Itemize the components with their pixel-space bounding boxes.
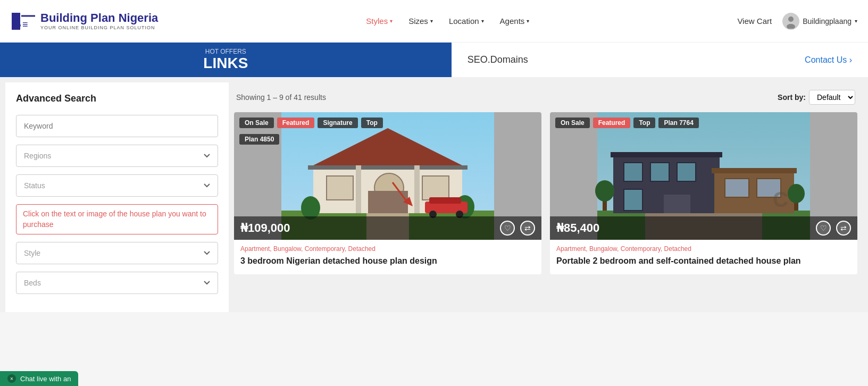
purchase-tooltip: Click on the text or image of the house … <box>16 204 218 234</box>
sort-area: Sort by: Default <box>778 90 855 105</box>
logo-icon: B ≡ <box>11 9 36 34</box>
chevron-down-icon: ▾ <box>390 18 393 24</box>
chevron-down-icon: ▾ <box>430 18 433 24</box>
nav-item-styles[interactable]: Styles ▾ <box>366 16 393 26</box>
beds-dropdown[interactable]: Beds <box>16 272 218 294</box>
banner-top-text: HOT OFFERS <box>203 48 248 55</box>
svg-rect-37 <box>677 163 696 181</box>
results-bar: Showing 1 – 9 of 41 results Sort by: Def… <box>234 82 857 112</box>
chevron-down-icon: ▾ <box>527 18 529 24</box>
svg-rect-36 <box>650 163 669 181</box>
product-image-wrap: C On Sale Featured Top Plan 7764 <box>550 112 857 240</box>
svg-rect-23 <box>429 197 461 204</box>
sort-select[interactable]: Default <box>809 90 855 105</box>
product-image-wrap: On Sale Featured Signature Top Plan 4850 <box>234 112 541 240</box>
tag-onsale: On Sale <box>239 118 274 128</box>
svg-text:B: B <box>13 17 21 30</box>
svg-rect-13 <box>308 165 468 170</box>
regions-dropdown[interactable]: Regions <box>16 145 218 167</box>
product-title: 3 bedroom Nigerian detached house plan d… <box>240 256 535 267</box>
product-info: Apartment, Bungalow, Contemporary, Detac… <box>550 240 857 274</box>
product-card[interactable]: On Sale Featured Signature Top Plan 4850 <box>234 112 541 274</box>
advanced-search-title: Advanced Search <box>16 93 218 104</box>
view-cart-button[interactable]: View Cart <box>737 16 772 26</box>
chevron-down-icon: ▾ <box>855 18 857 24</box>
svg-rect-16 <box>422 176 449 200</box>
logo-area: B ≡ Building Plan Nigeria Your Online Bu… <box>11 9 158 34</box>
product-categories: Apartment, Bungalow, Contemporary, Detac… <box>240 245 535 253</box>
compare-icon[interactable]: ⇄ <box>520 221 535 236</box>
sidebar: Advanced Search Regions Status Click on … <box>5 82 229 312</box>
svg-point-46 <box>788 184 805 203</box>
card1-tags: On Sale Featured Signature Top <box>234 118 541 128</box>
wishlist-icon[interactable]: ♡ <box>816 221 831 236</box>
product-categories: Apartment, Bungalow, Contemporary, Detac… <box>556 245 851 253</box>
product-card[interactable]: C On Sale Featured Top Plan 7764 <box>550 112 857 274</box>
compare-icon[interactable]: ⇄ <box>836 221 851 236</box>
tag-featured: Featured <box>277 118 315 128</box>
product-title: Portable 2 bedroom and self-contained de… <box>556 256 851 267</box>
svg-rect-39 <box>664 195 690 213</box>
price-bar: ₦109,000 ♡ ⇄ <box>234 216 541 240</box>
seo-domain-text: SEO.Domains <box>468 54 528 65</box>
main-nav: Styles ▾ Sizes ▾ Location ▾ Agents ▾ <box>158 16 737 26</box>
logo-text: Building Plan Nigeria Your Online Buildi… <box>40 12 158 30</box>
product-price: ₦109,000 <box>240 221 290 235</box>
plan-tag: Plan 4850 <box>239 134 279 145</box>
tag-onsale: On Sale <box>555 118 590 128</box>
tag-top: Top <box>633 118 655 128</box>
tag-top: Top <box>361 118 383 128</box>
header: B ≡ Building Plan Nigeria Your Online Bu… <box>0 0 868 43</box>
svg-text:≡: ≡ <box>22 19 28 30</box>
price-bar: ₦85,400 ♡ ⇄ <box>550 216 857 240</box>
card2-tags: On Sale Featured Top Plan 7764 <box>550 118 857 128</box>
status-dropdown[interactable]: Status <box>16 174 218 197</box>
banner-right: SEO.Domains Contact Us › <box>452 43 868 77</box>
svg-rect-14 <box>327 176 353 200</box>
avatar <box>782 13 799 30</box>
results-summary: Showing 1 – 9 of 41 results <box>236 93 326 102</box>
chevron-down-icon: ▾ <box>481 18 484 24</box>
header-right: View Cart Buildingplaang ▾ <box>737 13 857 30</box>
nav-item-location[interactable]: Location ▾ <box>449 16 484 26</box>
banner-blue: HOT OFFERS LINKS <box>0 43 452 77</box>
svg-point-44 <box>595 180 614 202</box>
keyword-input[interactable] <box>16 115 218 137</box>
product-info: Apartment, Bungalow, Contemporary, Detac… <box>234 240 541 274</box>
site-subtitle: Your Online Building Plan Solution <box>40 25 158 30</box>
contact-us-link[interactable]: Contact Us › <box>805 55 852 65</box>
svg-rect-35 <box>624 163 642 181</box>
svg-rect-40 <box>725 179 749 197</box>
username-label: Buildingplaang <box>803 17 852 26</box>
price-icons: ♡ ⇄ <box>816 221 851 236</box>
products-area: Showing 1 – 9 of 41 results Sort by: Def… <box>229 77 863 312</box>
style-dropdown[interactable]: Style <box>16 242 218 264</box>
svg-text:C: C <box>773 188 788 211</box>
svg-point-7 <box>788 16 794 22</box>
svg-rect-38 <box>624 189 642 211</box>
tag-featured: Featured <box>593 118 631 128</box>
nav-item-agents[interactable]: Agents ▾ <box>500 16 530 26</box>
svg-rect-18 <box>356 165 361 213</box>
tag-signature: Signature <box>318 118 357 128</box>
nav-item-sizes[interactable]: Sizes ▾ <box>408 16 433 26</box>
main-content: Advanced Search Regions Status Click on … <box>0 77 868 312</box>
user-menu[interactable]: Buildingplaang ▾ <box>782 13 857 30</box>
site-title: Building Plan Nigeria <box>40 12 158 24</box>
banner: HOT OFFERS LINKS SEO.Domains Contact Us … <box>0 43 868 77</box>
product-grid: On Sale Featured Signature Top Plan 4850 <box>234 112 857 274</box>
sort-label: Sort by: <box>778 93 806 102</box>
plan-tag: Plan 7764 <box>658 118 698 128</box>
price-icons: ♡ ⇄ <box>500 221 535 236</box>
banner-main-text: LINKS <box>203 55 248 72</box>
svg-rect-33 <box>611 152 722 157</box>
wishlist-icon[interactable]: ♡ <box>500 221 515 236</box>
svg-rect-34 <box>712 168 797 173</box>
product-price: ₦85,400 <box>556 221 599 235</box>
